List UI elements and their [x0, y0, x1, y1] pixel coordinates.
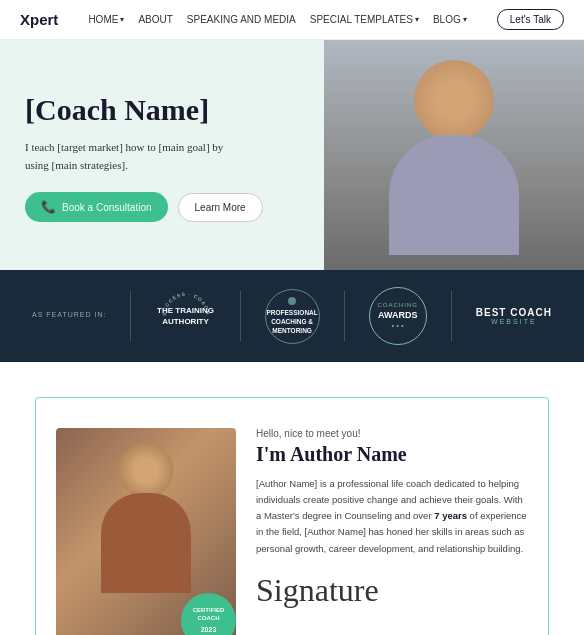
learn-more-button[interactable]: Learn More: [178, 193, 263, 222]
hero-text: [Coach Name] I teach [target market] how…: [0, 40, 324, 270]
chevron-down-icon: ▾: [463, 15, 467, 24]
coaching-text: PROFESSIONAL COACHING & MENTORING: [266, 308, 317, 335]
feature-coaching: PROFESSIONAL COACHING & MENTORING: [265, 289, 320, 344]
about-name: I'm Author Name: [256, 443, 528, 466]
divider: [451, 291, 452, 341]
nav-blog[interactable]: BLOG ▾: [433, 14, 467, 25]
hero-image: [324, 40, 584, 270]
stars: • • •: [391, 322, 403, 331]
hero-buttons: 📞 Book a Consultation Learn More: [25, 192, 299, 222]
navbar: Xpert HOME ▾ ABOUT SPEAKING AND MEDIA SP…: [0, 0, 584, 40]
nav-home[interactable]: HOME ▾: [88, 14, 124, 25]
logo: Xpert: [20, 11, 58, 28]
about-content: Hello, nice to meet you! I'm Author Name…: [256, 428, 528, 609]
training-badge: SUCCESS · COACHING THE TRAINING AUTHORIT…: [156, 286, 216, 346]
hero-section: [Coach Name] I teach [target market] how…: [0, 40, 584, 270]
lets-talk-button[interactable]: Let's Talk: [497, 9, 564, 30]
featured-in-label: AS FEATURED IN:: [32, 311, 106, 322]
chevron-down-icon: ▾: [120, 15, 124, 24]
signature: Signature: [256, 572, 528, 609]
book-consultation-button[interactable]: 📞 Book a Consultation: [25, 192, 168, 222]
awards-badge: COACHING AWARDS • • •: [369, 287, 427, 345]
divider: [240, 291, 241, 341]
training-text: THE TRAINING AUTHORITY: [157, 306, 214, 325]
divider: [344, 291, 345, 341]
hero-subtitle: I teach [target market] how to [main goa…: [25, 139, 245, 174]
nav-about[interactable]: ABOUT: [138, 14, 172, 25]
about-text: [Author Name] is a professional life coa…: [256, 476, 528, 557]
feature-best-coach: BEST COACH WEBSITE: [476, 307, 552, 325]
chevron-down-icon: ▾: [415, 15, 419, 24]
feature-awards: COACHING AWARDS • • •: [369, 287, 427, 345]
about-wrapper: CERTIFIED COACH 2023 Hello, nice to meet…: [0, 362, 584, 635]
features-bar: AS FEATURED IN: SUCCESS · COACHING THE T…: [0, 270, 584, 362]
best-coach-badge: BEST COACH WEBSITE: [476, 307, 552, 325]
nav-speaking[interactable]: SPEAKING AND MEDIA: [187, 14, 296, 25]
hero-title: [Coach Name]: [25, 93, 299, 127]
coaching-badge: PROFESSIONAL COACHING & MENTORING: [265, 289, 320, 344]
phone-icon: 📞: [41, 200, 56, 214]
about-section: CERTIFIED COACH 2023 Hello, nice to meet…: [35, 397, 549, 635]
featured-label: AS FEATURED IN:: [32, 311, 106, 318]
about-image-wrap: CERTIFIED COACH 2023: [56, 428, 236, 635]
coaching-dot: [288, 297, 296, 305]
hero-person-image: [324, 40, 584, 270]
divider: [130, 291, 131, 341]
nav-templates[interactable]: SPECIAL TEMPLATES ▾: [310, 14, 419, 25]
feature-training: SUCCESS · COACHING THE TRAINING AUTHORIT…: [156, 286, 216, 346]
about-greeting: Hello, nice to meet you!: [256, 428, 528, 439]
nav-links: HOME ▾ ABOUT SPEAKING AND MEDIA SPECIAL …: [88, 14, 466, 25]
